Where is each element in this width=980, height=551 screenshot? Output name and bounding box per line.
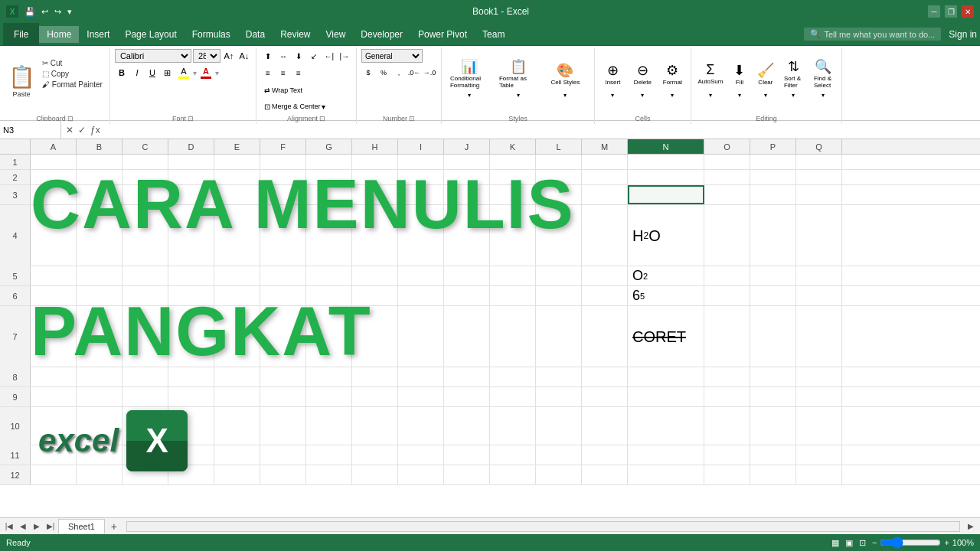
cell-A2[interactable] — [31, 170, 77, 184]
menu-page-layout[interactable]: Page Layout — [117, 26, 184, 43]
cell-L11[interactable] — [536, 445, 582, 465]
cell-H2[interactable] — [352, 170, 398, 184]
font-name-select[interactable]: Calibri — [115, 49, 191, 63]
cell-A6[interactable] — [31, 286, 77, 305]
col-header-I[interactable]: I — [398, 139, 444, 154]
cell-I12[interactable] — [398, 465, 444, 484]
cell-M5[interactable] — [582, 266, 628, 285]
cell-E8[interactable] — [214, 367, 260, 386]
horizontal-scrollbar[interactable] — [126, 521, 960, 532]
row-number-12[interactable]: 12 — [0, 465, 31, 484]
cell-J2[interactable] — [444, 170, 490, 184]
cell-K11[interactable] — [490, 445, 536, 465]
cell-C7[interactable] — [122, 306, 168, 367]
sort-filter-button[interactable]: ⇅ Sort & Filter ▾ — [780, 60, 807, 103]
undo-button[interactable]: ↩ — [40, 5, 50, 18]
cell-H7[interactable] — [352, 306, 398, 367]
col-header-A[interactable]: A — [31, 139, 77, 154]
cell-J8[interactable] — [444, 367, 490, 386]
insert-button[interactable]: ⊕ Insert ▾ — [599, 60, 626, 103]
cell-M9[interactable] — [582, 387, 628, 406]
cell-Q12[interactable] — [796, 465, 842, 484]
close-button[interactable]: ✕ — [962, 5, 974, 18]
menu-team[interactable]: Team — [475, 26, 512, 43]
cell-A7[interactable] — [31, 306, 77, 367]
scroll-prev-sheet-button[interactable]: ◀ — [17, 520, 29, 533]
cell-C8[interactable] — [122, 367, 168, 386]
cell-N11[interactable] — [628, 445, 704, 465]
cell-H1[interactable] — [352, 155, 398, 169]
cell-D1[interactable] — [168, 155, 214, 169]
cell-E6[interactable] — [214, 286, 260, 305]
cell-C9[interactable] — [122, 387, 168, 406]
cell-J9[interactable] — [444, 387, 490, 406]
cell-D7[interactable] — [168, 306, 214, 367]
cell-G5[interactable] — [306, 266, 352, 285]
cell-O1[interactable] — [704, 155, 750, 169]
font-color-button[interactable]: A — [198, 67, 214, 79]
cell-A11[interactable] — [31, 445, 77, 465]
cell-M11[interactable] — [582, 445, 628, 465]
col-header-M[interactable]: M — [582, 139, 628, 154]
cell-N1[interactable] — [628, 155, 704, 169]
cell-I9[interactable] — [398, 387, 444, 406]
cell-I11[interactable] — [398, 445, 444, 465]
align-bottom-button[interactable]: ⬇ — [292, 49, 305, 63]
cell-D12[interactable] — [168, 465, 214, 484]
clipboard-expand-icon[interactable]: ⊡ — [67, 115, 74, 122]
number-expand-icon[interactable]: ⊡ — [409, 115, 415, 122]
cell-C2[interactable] — [122, 170, 168, 184]
cell-styles-button[interactable]: 🎨 Cell Styles ▾ — [544, 60, 586, 103]
col-header-G[interactable]: G — [306, 139, 352, 154]
copy-button[interactable]: ⬚ Copy — [40, 69, 105, 79]
cell-P11[interactable] — [750, 445, 796, 465]
cell-B1[interactable] — [77, 155, 122, 169]
cell-P9[interactable] — [750, 387, 796, 406]
view-page-layout-icon[interactable]: ▣ — [845, 538, 853, 548]
cell-F1[interactable] — [260, 155, 306, 169]
cell-E5[interactable] — [214, 266, 260, 285]
cell-O4[interactable] — [704, 205, 750, 266]
row-number-5[interactable]: 5 — [0, 266, 31, 285]
formula-cancel-icon[interactable]: ✕ — [64, 125, 75, 135]
cell-O11[interactable] — [704, 445, 750, 465]
format-as-table-button[interactable]: 📋 Format as Table ▾ — [495, 60, 541, 103]
row-number-9[interactable]: 9 — [0, 387, 31, 406]
cell-J5[interactable] — [444, 266, 490, 285]
cell-I7[interactable] — [398, 306, 444, 367]
cell-L4[interactable] — [536, 205, 582, 266]
menu-home[interactable]: Home — [39, 26, 79, 43]
cell-L7[interactable] — [536, 306, 582, 367]
restore-button[interactable]: ❐ — [945, 5, 957, 18]
cell-O7[interactable] — [704, 306, 750, 367]
cell-F11[interactable] — [260, 445, 306, 465]
cell-Q7[interactable] — [796, 306, 842, 367]
cell-F5[interactable] — [260, 266, 306, 285]
cell-N4[interactable]: H2O — [628, 205, 704, 266]
cell-E2[interactable] — [214, 170, 260, 184]
cell-E3[interactable] — [214, 185, 260, 204]
cell-M6[interactable] — [582, 286, 628, 305]
fill-color-button[interactable]: A — [176, 67, 191, 79]
cell-L1[interactable] — [536, 155, 582, 169]
align-left-button[interactable]: ≡ — [261, 66, 275, 80]
menu-formulas[interactable]: Formulas — [185, 26, 238, 43]
view-page-break-icon[interactable]: ⊡ — [859, 538, 866, 548]
cell-K1[interactable] — [490, 155, 536, 169]
cell-J3[interactable] — [444, 185, 490, 204]
cell-L3[interactable] — [536, 185, 582, 204]
font-expand-icon[interactable]: ⊡ — [188, 115, 194, 122]
cell-F8[interactable] — [260, 367, 306, 386]
col-header-D[interactable]: D — [168, 139, 214, 154]
view-normal-icon[interactable]: ▦ — [831, 538, 839, 548]
cell-K2[interactable] — [490, 170, 536, 184]
cell-K7[interactable] — [490, 306, 536, 367]
cell-P4[interactable] — [750, 205, 796, 266]
cell-E7[interactable] — [214, 306, 260, 367]
row-number-11[interactable]: 11 — [0, 445, 31, 465]
cell-O5[interactable] — [704, 266, 750, 285]
row-number-7[interactable]: 7 — [0, 306, 31, 367]
row-number-10[interactable]: 10 — [0, 407, 31, 445]
cell-I10[interactable] — [398, 407, 444, 445]
cell-Q3[interactable] — [796, 185, 842, 204]
